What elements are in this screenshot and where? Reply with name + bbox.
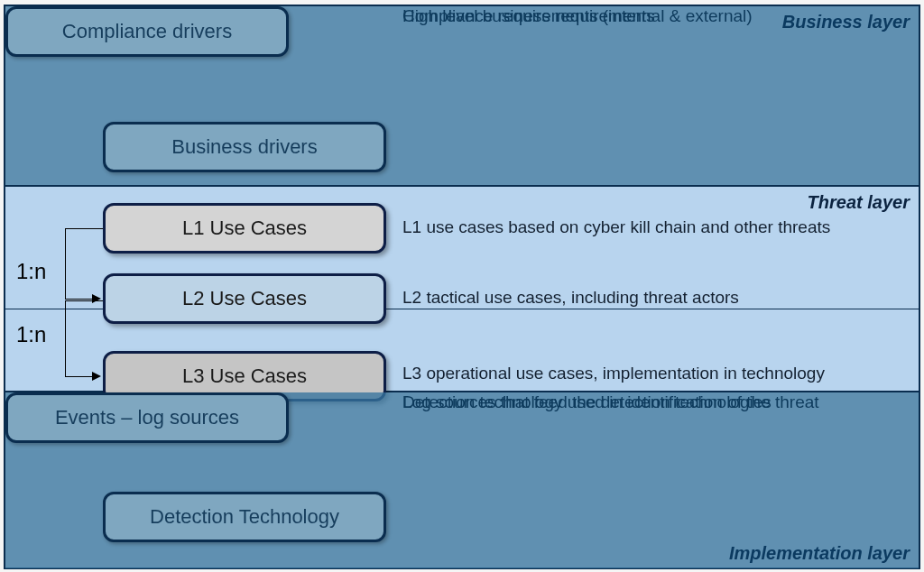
desc-events-log-sources: Log sources that feed the detection tech… [402,392,908,413]
layer-label-implementation: Implementation layer [729,543,910,564]
desc-l2: L2 tactical use cases, including threat … [402,288,908,309]
desc-l1: L1 use cases based on cyber kill chain a… [402,217,908,238]
box-label: L1 Use Cases [182,217,307,240]
layered-use-case-diagram: Business layer Business drivers Complian… [4,5,920,569]
box-detection-technology: Detection Technology [103,492,386,542]
ratio-l2-l3: 1:n [16,322,46,347]
connector-segment [65,376,92,377]
box-label: Detection Technology [150,505,339,529]
implementation-layer: Implementation layer Detection Technolog… [5,392,919,568]
box-compliance-drivers: Compliance drivers [5,6,289,57]
box-label: L2 Use Cases [182,287,307,310]
layer-label-threat: Threat layer [808,192,910,213]
connector-segment [65,228,66,299]
connector-segment [65,300,66,376]
box-label: Events – log sources [55,406,239,429]
box-label: L3 Use Cases [182,364,307,388]
connector-l1-to-l2 [60,228,105,300]
connector-segment [65,300,103,301]
box-label: Compliance drivers [62,20,232,43]
box-label: Business drivers [171,135,317,159]
connector-segment [65,299,92,300]
box-l1-use-cases: L1 Use Cases [103,203,386,254]
arrowhead-icon [92,372,101,381]
box-business-drivers: Business drivers [103,122,386,172]
ratio-l1-l2: 1:n [16,259,46,284]
box-events-log-sources: Events – log sources [5,392,289,443]
desc-l3: L3 operational use cases, implementation… [402,364,908,384]
business-layer: Business layer Business drivers Complian… [5,6,919,187]
threat-layer: Threat layer 1:n 1:n L1 Use Cases L2 Use… [5,187,919,392]
connector-segment [65,228,103,229]
desc-compliance-drivers: Compliance requirements (internal & exte… [402,6,908,27]
connector-l2-to-l3 [60,300,105,378]
box-l2-use-cases: L2 Use Cases [103,273,386,324]
